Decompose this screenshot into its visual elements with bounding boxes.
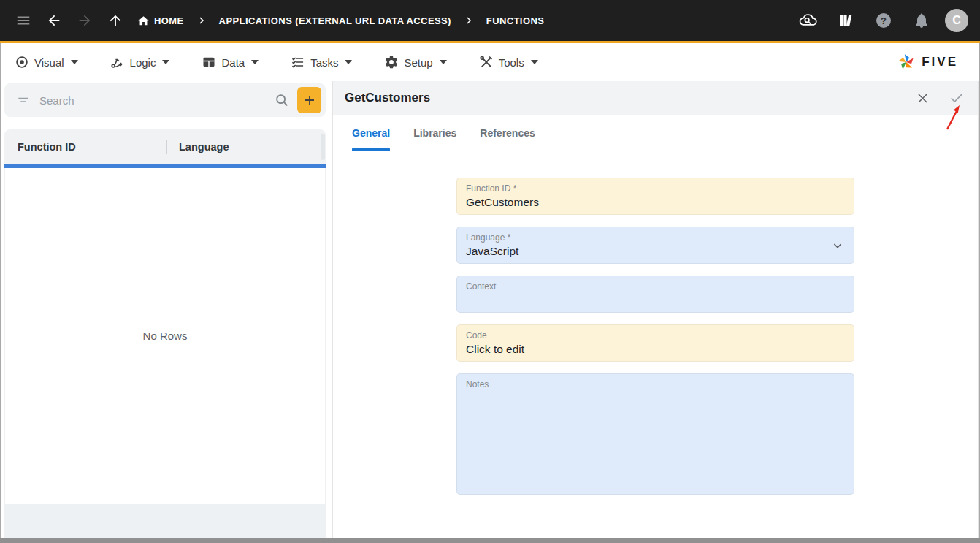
chevron-down-icon: [440, 60, 447, 64]
up-arrow-icon[interactable]: [101, 6, 130, 35]
five-logo: FIVE: [897, 53, 958, 72]
chevron-down-icon: [162, 60, 169, 64]
functions-grid: Function ID Language No Rows: [4, 129, 326, 538]
column-divider: [166, 140, 167, 154]
menu-visual[interactable]: Visual: [15, 55, 78, 69]
menu-logic-label: Logic: [130, 56, 156, 69]
tools-icon: [479, 55, 494, 69]
chevron-down-icon: [71, 60, 78, 64]
language-value: JavaScript: [466, 245, 845, 258]
content-frame: Visual Logic Data: [0, 43, 980, 538]
close-icon[interactable]: [916, 91, 930, 105]
column-header-function-id[interactable]: Function ID: [4, 141, 166, 153]
notes-label: Notes: [466, 379, 845, 390]
avatar[interactable]: C: [945, 9, 968, 32]
chevron-down-icon: [251, 60, 259, 64]
hamburger-menu-icon[interactable]: [9, 6, 38, 35]
tab-references[interactable]: References: [480, 127, 535, 151]
scrollbar-stub: [321, 134, 325, 160]
home-icon: [137, 15, 150, 27]
grid-body: No Rows: [4, 168, 326, 504]
workspace: Function ID Language No Rows GetCustomer…: [1, 81, 979, 538]
breadcrumb: HOME APPLICATIONS (EXTERNAL URL DATA ACC…: [137, 15, 544, 27]
code-field[interactable]: Code Click to edit: [456, 324, 854, 362]
top-bar: HOME APPLICATIONS (EXTERNAL URL DATA ACC…: [0, 0, 980, 41]
brand-text: FIVE: [922, 55, 958, 69]
menu-tools[interactable]: Tools: [479, 55, 538, 69]
empty-state-text: No Rows: [143, 330, 188, 342]
column-header-language[interactable]: Language: [179, 141, 229, 153]
menu-visual-label: Visual: [34, 56, 64, 69]
svg-text:?: ?: [881, 15, 887, 26]
notes-value: [466, 392, 845, 405]
table-icon: [202, 55, 216, 69]
notes-field[interactable]: Notes: [456, 373, 854, 495]
menu-setup[interactable]: Setup: [384, 55, 446, 69]
chevron-right-icon: [197, 16, 206, 25]
eye-icon: [15, 55, 29, 69]
checklist-icon: [291, 55, 305, 69]
cloud-search-icon[interactable]: [793, 6, 822, 35]
menu-logic[interactable]: Logic: [110, 55, 170, 69]
context-label: Context: [466, 281, 845, 292]
notifications-bell-icon[interactable]: [907, 6, 936, 35]
tab-libraries[interactable]: Libraries: [413, 127, 456, 151]
chevron-down-icon: [531, 60, 538, 64]
context-value: [466, 294, 845, 307]
chevron-right-icon: [464, 16, 473, 25]
breadcrumb-home[interactable]: HOME: [137, 15, 184, 27]
save-check-icon[interactable]: [949, 90, 965, 106]
chevron-down-icon: [345, 60, 352, 64]
language-label: Language *: [466, 232, 845, 243]
function-detail-panel: GetCustomers General Libr: [332, 81, 979, 538]
search-icon[interactable]: [274, 92, 290, 108]
breadcrumb-applications[interactable]: APPLICATIONS (EXTERNAL URL DATA ACCESS): [219, 15, 451, 26]
gear-icon: [384, 55, 399, 69]
function-id-label: Function ID *: [466, 183, 845, 194]
help-icon[interactable]: ?: [869, 6, 898, 35]
function-id-field[interactable]: Function ID * GetCustomers: [456, 178, 854, 215]
library-books-icon[interactable]: [831, 6, 860, 35]
search-bar: [4, 83, 326, 117]
code-value: Click to edit: [466, 343, 845, 356]
forward-arrow-icon[interactable]: [70, 6, 99, 35]
language-select[interactable]: Language * JavaScript: [456, 227, 854, 264]
logic-flow-icon: [110, 55, 125, 69]
grid-footer: [4, 504, 326, 538]
form-body: Function ID * GetCustomers Language * Ja…: [333, 151, 978, 538]
breadcrumb-home-label: HOME: [154, 15, 184, 26]
horizontal-scrollbar[interactable]: [0, 538, 980, 543]
menu-setup-label: Setup: [404, 56, 432, 69]
code-label: Code: [466, 330, 845, 341]
functions-list-panel: Function ID Language No Rows: [1, 81, 326, 538]
tab-general[interactable]: General: [352, 127, 390, 151]
grid-header: Function ID Language: [4, 129, 326, 164]
menu-tools-label: Tools: [499, 56, 524, 69]
tab-bar: General Libraries References: [333, 115, 978, 151]
add-function-button[interactable]: [297, 87, 321, 113]
menu-tasks-label: Tasks: [310, 56, 338, 69]
menu-data[interactable]: Data: [202, 55, 259, 69]
chevron-down-icon: [832, 240, 843, 251]
menu-data-label: Data: [221, 56, 245, 69]
detail-header: GetCustomers: [333, 81, 978, 115]
page-title: GetCustomers: [345, 91, 430, 105]
breadcrumb-functions[interactable]: FUNCTIONS: [486, 15, 544, 26]
back-arrow-icon[interactable]: [39, 6, 69, 35]
function-id-value: GetCustomers: [466, 196, 845, 209]
five-pinwheel-icon: [897, 53, 916, 72]
menu-tasks[interactable]: Tasks: [291, 55, 352, 69]
search-input[interactable]: [39, 94, 274, 107]
context-field[interactable]: Context: [456, 276, 854, 313]
menu-bar: Visual Logic Data: [1, 43, 979, 81]
filter-icon[interactable]: [16, 93, 31, 107]
